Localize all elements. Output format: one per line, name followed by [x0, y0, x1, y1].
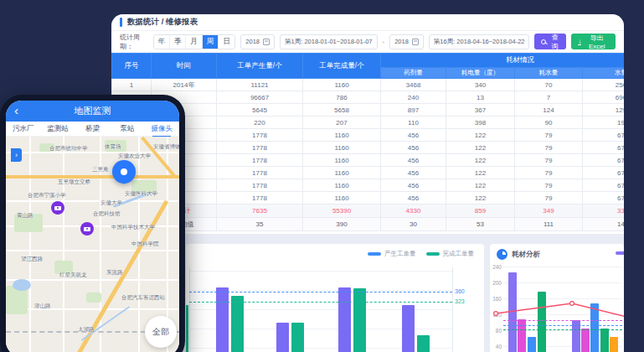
bar-completed — [353, 288, 366, 352]
table-cell: 79 — [515, 179, 583, 192]
table-cell: 67 — [583, 129, 625, 142]
table-cell: 2014年 — [152, 79, 217, 91]
query-button[interactable]: 查询 — [534, 34, 566, 49]
map-road — [6, 308, 179, 310]
table-cell: 367 — [446, 104, 515, 116]
camera-marker[interactable] — [80, 222, 94, 236]
table-row: 8177811604561227967 — [112, 167, 625, 179]
y-axis-tick: 160 — [490, 296, 502, 302]
table-cell: 67 — [583, 179, 625, 192]
phone-tab-监测站[interactable]: 监测站 — [40, 124, 75, 134]
map-label: 中国科学技术大学 — [111, 224, 155, 231]
bar-produced — [216, 287, 229, 352]
gridline — [503, 267, 622, 267]
phone-tab-摄像头[interactable]: 摄像头 — [145, 124, 179, 134]
end-week-input[interactable]: 第16周: 2018-04-16~2018-04-22 — [429, 34, 530, 49]
y-axis-tick: 80 — [490, 328, 502, 334]
table-cell: 1160 — [303, 79, 381, 91]
sub-header: 药剂量 — [381, 68, 446, 79]
start-week-input[interactable]: 第1周: 2018-01-01~2018-01-07 — [280, 34, 377, 49]
expand-panel-button[interactable]: › — [11, 148, 22, 162]
table-cell: 79 — [515, 192, 583, 204]
table-cell: 1778 — [217, 179, 303, 192]
table-cell: 897 — [381, 104, 446, 116]
table-cell: 124 — [515, 104, 583, 116]
table-cell: 1160 — [303, 167, 381, 179]
map-label: 三里庵 — [92, 166, 109, 173]
table-cell: 122 — [446, 154, 515, 167]
period-option-季[interactable]: 季 — [170, 35, 186, 49]
table-cell: 129 — [583, 104, 625, 116]
range-separator: - — [383, 38, 385, 45]
table-cell: 53 — [446, 218, 515, 231]
pin-center-dot — [121, 168, 127, 175]
map-label: 太湖路 — [78, 326, 95, 334]
end-year-select[interactable]: 2018 — [389, 34, 424, 49]
phone-appbar: ‹ 地图监测 — [6, 101, 179, 122]
table-cell: 96667 — [217, 91, 303, 104]
table-cell: 7635 — [217, 204, 303, 218]
table-cell: 456 — [381, 167, 446, 179]
report-table-wrap: 序号时间工单产生量/个工单完成量/个耗材情况药剂量耗电量（度）耗水量水量1201… — [111, 53, 624, 231]
table-cell: 67 — [583, 154, 625, 167]
legend-item: 完成工单量 — [426, 250, 475, 258]
table-row: 10177811604561227967 — [112, 192, 625, 204]
table-cell: 349 — [515, 204, 583, 218]
table-row: 6177811604561227967 — [112, 142, 625, 154]
table-cell: 1160 — [303, 154, 381, 167]
filter-bar: 统计周期： 年季月周日 2018 第1周: 2018-01-01~2018-01… — [111, 31, 624, 53]
map-view[interactable]: › 全部 合肥市琥珀中学体育场安徽农业大学安徽省博物馆三里庵五里墩立交桥安徽医科… — [6, 137, 179, 352]
bar-completed — [186, 305, 188, 352]
phone-mockup: ‹ 地图监测 污水厂监测站桥梁泵站摄像头 — [0, 95, 185, 352]
all-filter-button[interactable]: 全部 — [145, 316, 177, 348]
period-option-年[interactable]: 年 — [154, 35, 170, 49]
export-excel-button[interactable]: ↓ 导出Excel — [571, 34, 616, 49]
consumables-chart-card: 耗材分析 2402001601208040 — [490, 244, 624, 352]
sub-header: 耗水量 — [515, 68, 583, 79]
table-cell: 1778 — [217, 192, 303, 204]
table-cell: 11121 — [217, 79, 303, 91]
phone-tab-泵站[interactable]: 泵站 — [110, 124, 144, 134]
period-option-日[interactable]: 日 — [219, 35, 234, 49]
table-cell: 1160 — [303, 192, 381, 204]
period-option-周[interactable]: 周 — [203, 35, 219, 49]
reference-line — [503, 320, 622, 321]
col-header: 序号 — [112, 54, 152, 79]
table-cell: 390 — [303, 218, 381, 231]
col-header: 工单完成量/个 — [303, 54, 381, 79]
bar-completed — [291, 323, 304, 352]
table-cell: 250 — [583, 79, 625, 91]
bar-group1 — [528, 337, 536, 352]
map-label: 中国科学院 — [131, 241, 159, 248]
bar-produced — [338, 287, 351, 352]
phone-tab-污水厂[interactable]: 污水厂 — [6, 124, 40, 134]
map-road — [29, 137, 31, 352]
reference-line — [189, 302, 452, 303]
gridline — [503, 314, 622, 315]
map-road — [63, 137, 64, 352]
legend-label: 完成工单量 — [443, 250, 475, 258]
period-option-月[interactable]: 月 — [186, 35, 202, 49]
legend-dash — [368, 252, 381, 256]
map-label: 红星美凯龙 — [59, 272, 87, 279]
start-year-select[interactable]: 2018 — [240, 34, 275, 49]
map-label: 安徽医科大学 — [125, 190, 157, 198]
y-axis-tick: 120 — [490, 312, 502, 318]
back-icon[interactable]: ‹ — [14, 102, 18, 119]
phone-tab-桥梁[interactable]: 桥梁 — [75, 124, 110, 134]
table-cell: 1 — [112, 79, 152, 91]
plot-border — [452, 267, 453, 352]
table-cell: 1778 — [217, 167, 303, 179]
selected-location-pin[interactable] — [112, 160, 136, 184]
table-cell: 240 — [381, 91, 446, 104]
calendar-icon — [412, 39, 419, 45]
table-cell: 456 — [381, 179, 446, 192]
table-cell: 340 — [446, 79, 515, 91]
bar-group1 — [508, 272, 517, 352]
map-highway — [6, 175, 179, 179]
bar-completed — [231, 296, 244, 352]
map-label: 安徽省博物馆 — [153, 143, 179, 151]
table-cell: 1160 — [303, 129, 381, 142]
table-row: 7177811604561227967 — [112, 154, 625, 167]
camera-marker[interactable] — [51, 201, 64, 215]
